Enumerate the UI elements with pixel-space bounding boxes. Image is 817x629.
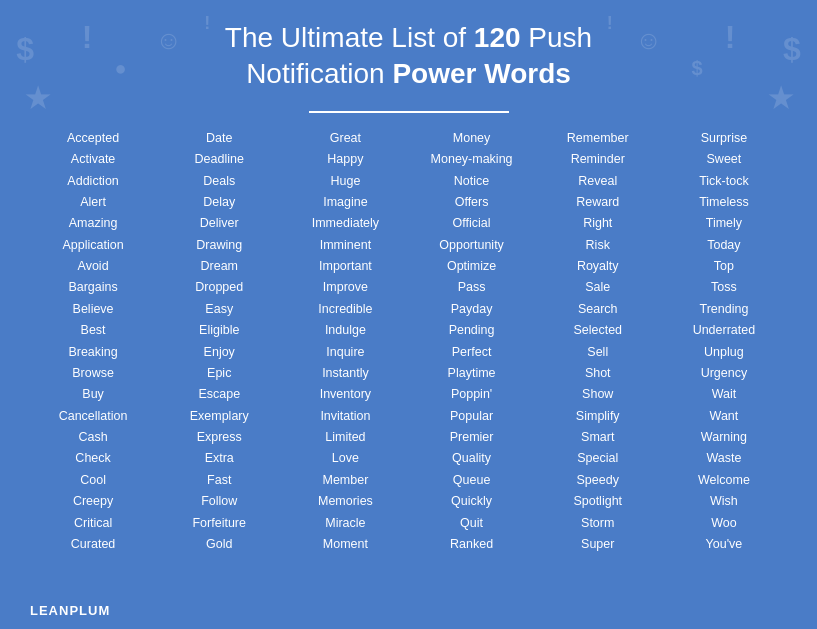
word-item: Moment <box>323 535 368 554</box>
word-item: Instantly <box>322 364 369 383</box>
word-item: Alert <box>80 193 106 212</box>
word-item: Today <box>707 236 740 255</box>
word-item: Imminent <box>320 236 371 255</box>
word-item: Gold <box>206 535 232 554</box>
title-bold: Power Words <box>392 58 570 89</box>
word-item: Believe <box>73 300 114 319</box>
word-item: Immediately <box>312 214 379 233</box>
word-item: Cool <box>80 471 106 490</box>
word-item: Risk <box>586 236 610 255</box>
word-item: Premier <box>450 428 494 447</box>
words-grid: AcceptedActivateAddictionAlertAmazingApp… <box>30 129 787 589</box>
word-column-3: GreatHappyHugeImagineImmediatelyImminent… <box>282 129 408 589</box>
word-item: Wish <box>710 492 738 511</box>
word-item: Queue <box>453 471 491 490</box>
word-item: Remember <box>567 129 629 148</box>
word-item: Sale <box>585 278 610 297</box>
word-item: Imagine <box>323 193 367 212</box>
word-item: Browse <box>72 364 114 383</box>
title-part2: Push <box>521 22 593 53</box>
word-item: Woo <box>711 514 736 533</box>
word-item: Opportunity <box>439 236 504 255</box>
word-item: Follow <box>201 492 237 511</box>
title-part3: Notification <box>246 58 392 89</box>
word-item: Deliver <box>200 214 239 233</box>
word-item: Welcome <box>698 471 750 490</box>
word-item: Check <box>75 449 110 468</box>
word-item: Delay <box>203 193 235 212</box>
word-item: Offers <box>455 193 489 212</box>
word-item: Show <box>582 385 613 404</box>
header-divider <box>309 111 509 113</box>
word-item: Ranked <box>450 535 493 554</box>
word-item: Buy <box>82 385 104 404</box>
word-item: Amazing <box>69 214 118 233</box>
main-container: The Ultimate List of 120 Push Notificati… <box>0 0 817 629</box>
word-item: Storm <box>581 514 614 533</box>
word-item: Reward <box>576 193 619 212</box>
title-part1: The Ultimate List of <box>225 22 474 53</box>
word-item: Pass <box>458 278 486 297</box>
word-item: Dropped <box>195 278 243 297</box>
word-column-6: SurpriseSweetTick-tockTimelessTimelyToda… <box>661 129 787 589</box>
word-item: Important <box>319 257 372 276</box>
word-item: Smart <box>581 428 614 447</box>
word-item: Surprise <box>701 129 748 148</box>
word-item: Escape <box>198 385 240 404</box>
word-item: Speedy <box>577 471 619 490</box>
word-item: Unplug <box>704 343 744 362</box>
word-item: Deadline <box>195 150 244 169</box>
word-item: Notice <box>454 172 489 191</box>
word-item: Sweet <box>707 150 742 169</box>
word-item: Application <box>63 236 124 255</box>
word-item: Popular <box>450 407 493 426</box>
word-item: Exemplary <box>190 407 249 426</box>
word-item: Selected <box>573 321 622 340</box>
page-header: The Ultimate List of 120 Push Notificati… <box>225 20 592 93</box>
title-number: 120 <box>474 22 521 53</box>
word-item: Simplify <box>576 407 620 426</box>
word-item: Express <box>197 428 242 447</box>
word-item: Breaking <box>68 343 117 362</box>
word-item: Quality <box>452 449 491 468</box>
word-item: Cancellation <box>59 407 128 426</box>
word-item: Royalty <box>577 257 619 276</box>
word-item: Limited <box>325 428 365 447</box>
word-item: Inquire <box>326 343 364 362</box>
word-item: Poppin' <box>451 385 492 404</box>
word-item: Quit <box>460 514 483 533</box>
word-item: Money <box>453 129 491 148</box>
word-item: Right <box>583 214 612 233</box>
word-item: Best <box>81 321 106 340</box>
word-item: Search <box>578 300 618 319</box>
word-item: Payday <box>451 300 493 319</box>
word-column-2: DateDeadlineDealsDelayDeliverDrawingDrea… <box>156 129 282 589</box>
word-item: Huge <box>330 172 360 191</box>
word-item: Shot <box>585 364 611 383</box>
word-item: Great <box>330 129 361 148</box>
logo: LEANPLUM <box>30 603 110 618</box>
word-item: Critical <box>74 514 112 533</box>
word-item: Extra <box>205 449 234 468</box>
word-item: Invitation <box>320 407 370 426</box>
word-item: Toss <box>711 278 737 297</box>
word-item: Super <box>581 535 614 554</box>
word-item: Happy <box>327 150 363 169</box>
word-item: Dream <box>200 257 238 276</box>
word-item: Eligible <box>199 321 239 340</box>
word-item: Miracle <box>325 514 365 533</box>
word-column-5: RememberReminderRevealRewardRightRiskRoy… <box>535 129 661 589</box>
word-item: Spotlight <box>573 492 622 511</box>
footer: LEANPLUM <box>30 597 787 619</box>
word-item: Member <box>322 471 368 490</box>
word-item: Cash <box>78 428 107 447</box>
word-item: Quickly <box>451 492 492 511</box>
word-item: Love <box>332 449 359 468</box>
page-title: The Ultimate List of 120 Push Notificati… <box>225 20 592 93</box>
word-item: Trending <box>699 300 748 319</box>
word-item: Special <box>577 449 618 468</box>
word-item: Easy <box>205 300 233 319</box>
word-item: Addiction <box>67 172 118 191</box>
word-item: Sell <box>587 343 608 362</box>
word-item: Deals <box>203 172 235 191</box>
